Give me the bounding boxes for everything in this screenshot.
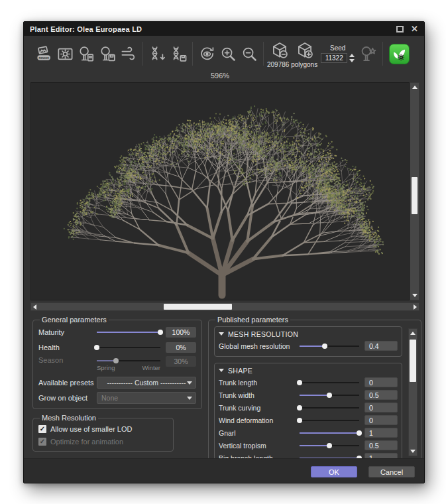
parameter-slider[interactable]: [300, 416, 359, 425]
published-scroll-thumb[interactable]: [410, 340, 416, 382]
zoom-out-button[interactable]: [239, 43, 260, 64]
scroll-right-icon[interactable]: [414, 303, 417, 310]
preview-vertical-scrollbar[interactable]: [410, 82, 419, 300]
save-plant-icon: [99, 45, 117, 63]
grow-on-object-dropdown[interactable]: None: [97, 392, 196, 404]
maturity-value[interactable]: 100%: [166, 327, 196, 338]
scroll-up-icon[interactable]: [409, 332, 417, 335]
seed-control: Seed 11322: [321, 44, 355, 63]
wind-button[interactable]: [118, 43, 139, 64]
window-title: Plant Editor: Olea Europaea LD: [30, 25, 142, 33]
seed-spinner[interactable]: [349, 54, 355, 62]
optimize-animation-label: Optimize for animation: [50, 438, 123, 446]
presets-value: ----------- Custom -----------: [107, 379, 186, 387]
close-button[interactable]: ✕: [411, 25, 418, 33]
new-plant-button[interactable]: [76, 43, 97, 64]
cancel-button[interactable]: Cancel: [368, 466, 415, 477]
toolbar-separator: [382, 42, 383, 66]
maximize-button[interactable]: [396, 26, 404, 32]
save-plant-button[interactable]: [97, 43, 118, 64]
title-bar[interactable]: Plant Editor: Olea Europaea LD ✕: [24, 22, 424, 36]
collapse-arrow-icon: [219, 369, 224, 372]
parameter-label: Vertical tropism: [219, 442, 300, 450]
parameter-slider[interactable]: [300, 378, 359, 387]
plant-app-leaf-icon: [392, 46, 407, 62]
general-parameters-legend: General parameters: [40, 316, 109, 324]
parameter-slider[interactable]: [300, 403, 359, 412]
parameter-value[interactable]: 0.4: [364, 341, 398, 351]
decrease-polygons-button[interactable]: [269, 40, 290, 61]
lod-label: Allow use of smaller LOD: [50, 425, 133, 433]
maturity-slider[interactable]: [97, 328, 160, 337]
parameter-group: MESH RESOLUTIONGlobal mesh resolution0.4: [214, 326, 402, 357]
parameter-row: Wind deformation0: [219, 414, 398, 426]
season-min-label: Spring: [97, 364, 115, 371]
seed-input[interactable]: 11322: [321, 53, 347, 63]
parameter-slider[interactable]: [300, 342, 359, 351]
health-slider[interactable]: [97, 343, 160, 352]
parameter-slider[interactable]: [300, 391, 359, 400]
lod-checkbox[interactable]: ✓: [38, 425, 46, 433]
wind-icon: [120, 45, 138, 63]
zoom-in-button[interactable]: [217, 43, 239, 64]
parameter-value[interactable]: 0: [364, 415, 398, 425]
grow-on-object-row: Grow on object None: [38, 390, 196, 405]
group-title: MESH RESOLUTION: [228, 330, 298, 338]
polygon-count-label: 209786 polygons: [267, 61, 317, 68]
parameter-label: Trunk length: [219, 379, 300, 387]
grow-on-object-value: None: [101, 394, 118, 402]
parameter-slider[interactable]: [300, 428, 359, 438]
plant-app-button[interactable]: [389, 44, 410, 64]
group-collapse-header[interactable]: SHAPE: [219, 365, 398, 376]
scroll-down-icon[interactable]: [410, 294, 419, 297]
parameter-label: Global mesh resolution: [219, 342, 300, 350]
published-parameters-panel: Published parameters MESH RESOLUTIONGlob…: [208, 316, 421, 462]
parameter-value[interactable]: 0: [364, 403, 398, 412]
increase-polygons-button[interactable]: [294, 40, 315, 61]
dropdown-arrow-icon: [187, 397, 192, 400]
parameter-value[interactable]: 0: [364, 377, 398, 387]
render-button[interactable]: RENDER: [33, 43, 54, 64]
parameter-value[interactable]: 0.5: [364, 390, 398, 400]
toolbar: RENDER: [24, 36, 424, 72]
render-settings-button[interactable]: [54, 43, 76, 64]
spinner-up-icon[interactable]: [349, 54, 355, 57]
save-dna-button[interactable]: [168, 43, 189, 64]
health-value[interactable]: 0%: [166, 342, 196, 353]
group-collapse-header[interactable]: MESH RESOLUTION: [219, 328, 398, 340]
season-max-label: Winter: [142, 364, 160, 371]
parameter-group: SHAPETrunk length0Trunk width0.5Trunk cu…: [214, 363, 402, 462]
dice-minus-icon: [270, 41, 289, 60]
randomize-seed-button[interactable]: [358, 43, 379, 64]
svg-text:RENDER: RENDER: [38, 56, 49, 59]
presets-dropdown[interactable]: ----------- Custom -----------: [97, 377, 196, 389]
dna-save-icon: [170, 45, 188, 63]
horizontal-scroll-thumb[interactable]: [164, 304, 232, 310]
parameter-row: Vertical tropism0.5: [219, 439, 398, 452]
preview-horizontal-scrollbar[interactable]: [30, 302, 419, 311]
ok-button[interactable]: OK: [311, 466, 357, 477]
season-slider: Spring Winter: [97, 356, 160, 365]
collapse-arrow-icon: [219, 332, 224, 336]
maturity-label: Maturity: [38, 328, 97, 336]
parameter-slider[interactable]: [300, 441, 359, 450]
published-scrollbar[interactable]: [408, 328, 418, 456]
mesh-resolution-legend: Mesh Resolution: [40, 414, 98, 422]
plant-editor-window: Plant Editor: Olea Europaea LD ✕ RENDER: [23, 21, 425, 483]
scroll-down-icon[interactable]: [409, 450, 417, 453]
scroll-up-icon[interactable]: [410, 86, 419, 89]
toolbar-separator: [142, 42, 143, 66]
grow-on-object-label: Grow on object: [38, 394, 97, 402]
group-title: SHAPE: [228, 367, 252, 375]
plant-preview-viewport[interactable]: [30, 82, 410, 300]
spinner-down-icon[interactable]: [349, 59, 355, 62]
parameter-value[interactable]: 1: [364, 428, 398, 438]
vertical-scroll-thumb[interactable]: [412, 177, 418, 214]
new-plant-document-icon: [78, 45, 95, 63]
reset-view-button[interactable]: [196, 43, 217, 64]
load-dna-button[interactable]: [146, 43, 168, 64]
parameter-row: Trunk width0.5: [219, 389, 398, 401]
parameter-value[interactable]: 0.5: [364, 440, 398, 450]
zoom-in-icon: [219, 45, 237, 63]
scroll-left-icon[interactable]: [33, 303, 36, 310]
